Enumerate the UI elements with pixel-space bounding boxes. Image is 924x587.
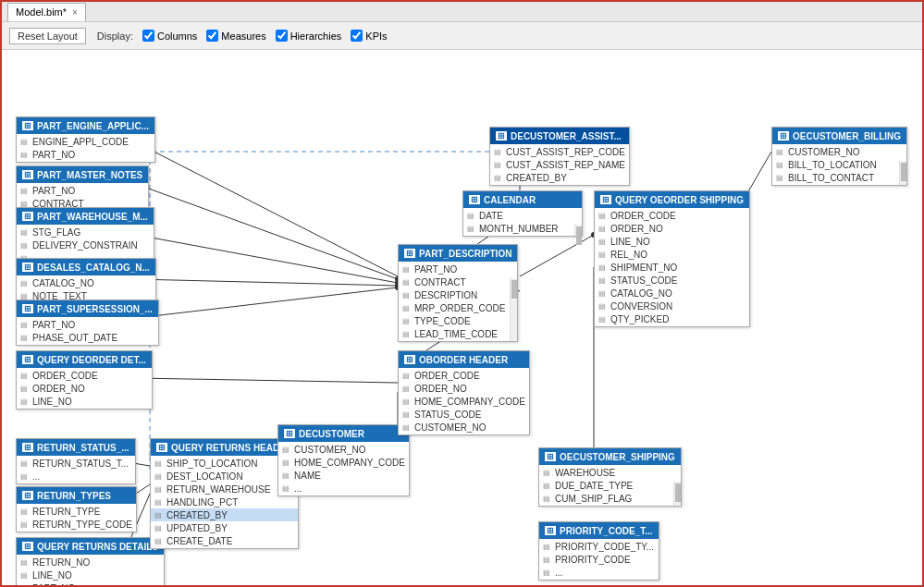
table-row[interactable]: ▤CUST_ASSIST_REP_CODE — [490, 145, 629, 158]
table-row[interactable]: ▤PART_NO — [399, 263, 517, 275]
table-row[interactable]: ▤CATALOG_NO — [595, 287, 749, 300]
table-row[interactable]: ▤BILL_TO_CONTACT — [772, 171, 906, 184]
table-row[interactable]: ▤RETURN_WAREHOUSE — [151, 483, 298, 495]
table-row[interactable]: ▤DELIVERY_CONSTRAIN — [17, 238, 154, 251]
table-header-t16[interactable]: ⊞QUERY OEORDER SHIPPING — [595, 191, 749, 208]
table-scrollbar[interactable] — [899, 161, 906, 185]
scrollbar-thumb[interactable] — [901, 163, 906, 181]
table-header-t17[interactable]: ⊞OECUSTOMER_SHIPPING — [539, 448, 681, 465]
table-row[interactable]: ▤CUSTOMER_NO — [399, 421, 529, 434]
table-row[interactable]: ▤RETURN_TYPE_CODE — [17, 518, 136, 531]
table-row[interactable]: ▤TYPE_CODE — [399, 314, 517, 327]
table-row[interactable]: ▤HOME_COMPANY_CODE — [278, 456, 409, 469]
db-table-t16[interactable]: ⊞QUERY OEORDER SHIPPING▤ORDER_CODE▤ORDER… — [594, 190, 750, 327]
scrollbar-thumb[interactable] — [576, 226, 582, 245]
measures-checkbox-label[interactable]: Measures — [206, 30, 265, 42]
table-row[interactable]: ▤NAME — [278, 469, 409, 482]
db-table-t10[interactable]: ⊞QUERY RETURNS HEADER▤SHIP_TO_LOCATION▤D… — [150, 438, 299, 549]
hierarchies-checkbox[interactable] — [276, 30, 288, 42]
measures-checkbox[interactable] — [206, 30, 218, 42]
table-header-t9[interactable]: ⊞QUERY RETURNS DETAILS — [17, 538, 164, 555]
table-header-t3[interactable]: ⊞PART_WAREHOUSE_M... — [17, 208, 154, 225]
table-row[interactable]: ▤ORDER_NO — [595, 222, 749, 235]
table-row[interactable]: ▤BILL_TO_LOCATION — [772, 158, 906, 171]
table-row[interactable]: ▤PART_NO — [17, 148, 154, 161]
table-row[interactable]: ▤ORDER_NO — [399, 382, 529, 395]
table-row[interactable]: ▤REL_NO — [595, 248, 749, 261]
table-header-t18[interactable]: ⊞PRIORITY_CODE_T... — [539, 522, 659, 539]
db-table-t13[interactable]: ⊞OBORDER HEADER▤ORDER_CODE▤ORDER_NO▤HOME… — [398, 350, 530, 435]
table-row[interactable]: ▤LINE_NO — [17, 569, 164, 581]
table-row[interactable]: ▤LEAD_TIME_CODE — [399, 327, 517, 340]
table-header-t11[interactable]: ⊞DECUSTOMER — [278, 425, 409, 442]
table-header-t2[interactable]: ⊞PART_MASTER_NOTES — [17, 166, 148, 183]
table-row[interactable]: ▤QTY_PICKED — [595, 312, 749, 325]
table-row[interactable]: ▤DUE_DATE_TYPE — [539, 479, 681, 492]
table-header-t14[interactable]: ⊞CALENDAR — [463, 191, 582, 208]
table-row[interactable]: ▤PRIORITY_CODE — [539, 553, 659, 566]
table-row[interactable]: ▤STG_FLAG — [17, 226, 154, 238]
table-row[interactable]: ▤CUST_ASSIST_REP_NAME — [490, 158, 629, 171]
table-header-t15[interactable]: ⊞DECUSTOMER_ASSIST... — [490, 128, 629, 144]
db-table-t8[interactable]: ⊞RETURN_TYPES▤RETURN_TYPE▤RETURN_TYPE_CO… — [16, 486, 137, 532]
db-table-t14[interactable]: ⊞CALENDAR▤DATE▤MONTH_NUMBER — [462, 190, 583, 237]
columns-checkbox-label[interactable]: Columns — [142, 30, 197, 42]
table-row[interactable]: ▤CUM_SHIP_FLAG — [539, 492, 681, 505]
db-table-t19[interactable]: ⊞OECUSTOMER_BILLING▤CUSTOMER_NO▤BILL_TO_… — [771, 127, 907, 186]
table-row[interactable]: ▤PART_NO — [17, 318, 158, 331]
reset-layout-button[interactable]: Reset Layout — [9, 28, 86, 44]
table-header-t10[interactable]: ⊞QUERY RETURNS HEADER — [151, 439, 298, 456]
table-scrollbar[interactable] — [574, 225, 582, 236]
table-row[interactable]: ▤RETURN_NO — [17, 556, 164, 569]
table-row[interactable]: ▤CATALOG_NO — [17, 276, 155, 289]
db-table-t5[interactable]: ⊞PART_SUPERSESSION_...▤PART_NO▤PHASE_OUT… — [16, 300, 159, 346]
table-row[interactable]: ▤LINE_NO — [17, 395, 152, 408]
kpis-checkbox[interactable] — [351, 30, 363, 42]
table-row[interactable]: ▤LINE_NO — [595, 235, 749, 248]
table-row[interactable]: ▤PRIORITY_CODE_TY... — [539, 540, 659, 553]
table-row[interactable]: ▤ORDER_CODE — [595, 209, 749, 222]
table-row[interactable]: ▤PART_NO — [17, 581, 164, 585]
table-row[interactable]: ▤STATUS_CODE — [399, 408, 529, 421]
table-row[interactable]: ▤SHIP_TO_LOCATION — [151, 457, 298, 470]
table-header-t13[interactable]: ⊞OBORDER HEADER — [399, 351, 529, 368]
table-row[interactable]: ▤CONVERSION — [595, 300, 749, 312]
table-header-t1[interactable]: ⊞PART_ENGINE_APPLIC... — [17, 117, 154, 134]
table-row[interactable]: ▤DATE — [463, 209, 582, 222]
tab-close-button[interactable]: × — [72, 7, 78, 18]
db-table-t17[interactable]: ⊞OECUSTOMER_SHIPPING▤WAREHOUSE▤DUE_DATE_… — [538, 447, 682, 507]
table-row[interactable]: ▤... — [539, 566, 659, 579]
table-row[interactable]: ▤STATUS_CODE — [595, 274, 749, 287]
scrollbar-thumb[interactable] — [675, 483, 681, 502]
db-table-t15[interactable]: ⊞DECUSTOMER_ASSIST...▤CUST_ASSIST_REP_CO… — [489, 127, 630, 186]
table-row[interactable]: ▤MRP_ORDER_CODE — [399, 301, 517, 314]
table-row[interactable]: ▤CONTRACT — [399, 275, 517, 288]
db-table-t12[interactable]: ⊞PART_DESCRIPTION▤PART_NO▤CONTRACT▤DESCR… — [398, 244, 518, 342]
db-table-t11[interactable]: ⊞DECUSTOMER▤CUSTOMER_NO▤HOME_COMPANY_COD… — [277, 424, 410, 496]
table-row[interactable]: ▤RETURN_TYPE — [17, 505, 136, 518]
table-row[interactable]: ▤PHASE_OUT_DATE — [17, 331, 158, 344]
table-row[interactable]: ▤DESCRIPTION — [399, 288, 517, 301]
table-row[interactable]: ▤CREATED_BY — [151, 508, 298, 521]
table-scrollbar[interactable] — [673, 482, 681, 506]
table-header-t5[interactable]: ⊞PART_SUPERSESSION_... — [17, 300, 158, 317]
table-row[interactable]: ▤RETURN_STATUS_T... — [17, 457, 135, 470]
scrollbar-thumb[interactable] — [511, 280, 517, 299]
table-row[interactable]: ▤... — [278, 482, 409, 495]
table-header-t6[interactable]: ⊞QUERY DEORDER DET... — [17, 351, 152, 368]
table-header-t7[interactable]: ⊞RETURN_STATUS_... — [17, 439, 135, 456]
table-row[interactable]: ▤MONTH_NUMBER — [463, 222, 582, 235]
table-row[interactable]: ▤ENGINE_APPL_CODE — [17, 135, 154, 148]
db-table-t1[interactable]: ⊞PART_ENGINE_APPLIC...▤ENGINE_APPL_CODE▤… — [16, 116, 155, 163]
db-table-t9[interactable]: ⊞QUERY RETURNS DETAILS▤RETURN_NO▤LINE_NO… — [16, 537, 165, 585]
table-row[interactable]: ▤HOME_COMPANY_CODE — [399, 395, 529, 408]
table-row[interactable]: ▤ORDER_NO — [17, 382, 152, 395]
kpis-checkbox-label[interactable]: KPIs — [351, 30, 387, 42]
table-header-t12[interactable]: ⊞PART_DESCRIPTION — [399, 245, 517, 262]
table-header-t19[interactable]: ⊞OECUSTOMER_BILLING — [772, 128, 906, 144]
table-row[interactable]: ▤HANDLING_PCT — [151, 495, 298, 508]
table-row[interactable]: ▤CUSTOMER_NO — [278, 443, 409, 456]
table-row[interactable]: ▤WAREHOUSE — [539, 466, 681, 479]
table-row[interactable]: ▤SHIPMENT_NO — [595, 261, 749, 274]
columns-checkbox[interactable] — [142, 30, 154, 42]
